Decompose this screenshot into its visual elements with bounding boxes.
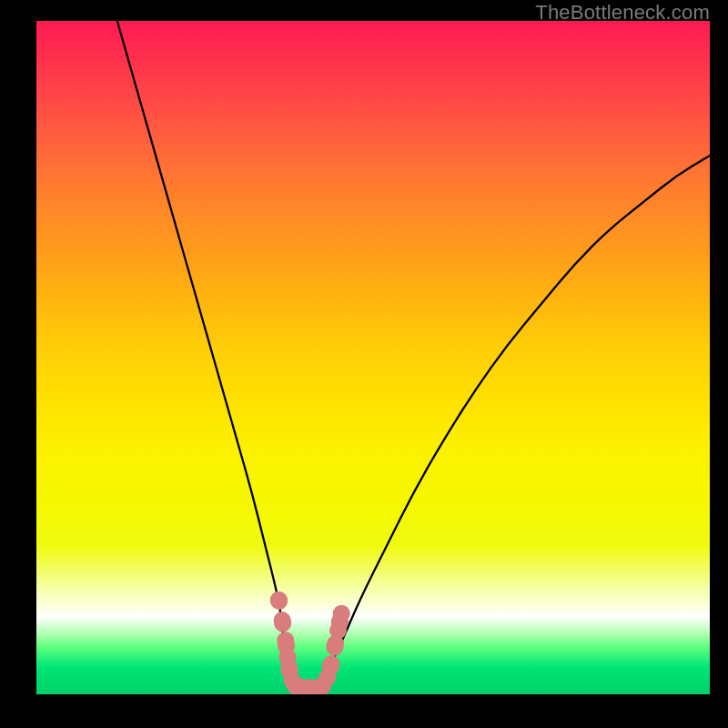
svg-point-1: [274, 612, 291, 629]
svg-point-0: [270, 592, 288, 609]
chart-svg: [36, 21, 710, 694]
plot-area: [36, 21, 710, 694]
watermark-text: TheBottleneck.com: [535, 1, 710, 25]
svg-point-15: [333, 605, 350, 622]
svg-point-12: [323, 655, 340, 672]
svg-point-14: [329, 622, 347, 639]
optimal-range-highlight: [270, 592, 350, 694]
chart-container: TheBottleneck.com: [0, 0, 728, 728]
bottleneck-curve: [117, 21, 710, 694]
svg-point-2: [277, 632, 294, 649]
svg-point-13: [326, 639, 343, 656]
